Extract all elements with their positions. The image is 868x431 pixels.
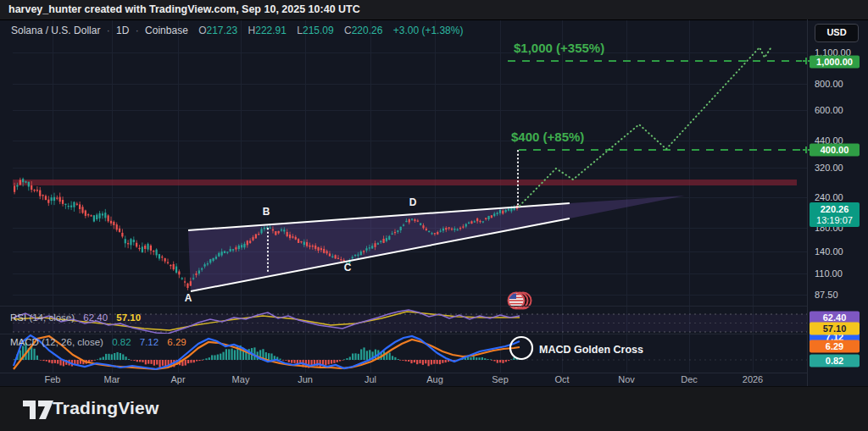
time-axis-label: Nov <box>618 374 635 384</box>
time-axis-label: Jun <box>298 374 313 384</box>
time-axis-label: Sep <box>492 374 509 384</box>
rsi-pane-divider[interactable] <box>0 306 807 307</box>
time-axis-label: Apr <box>170 374 185 384</box>
macd-hist-value: 0.82 <box>112 337 131 347</box>
time-axis-label: Mar <box>104 374 120 384</box>
price-tick: 320.00 <box>815 163 843 173</box>
price-tick: 140.00 <box>815 246 843 257</box>
symbol-legend[interactable]: Solana / U.S. Dollar · 1D · Coinbase O21… <box>11 25 463 36</box>
time-axis-label: Aug <box>426 374 443 384</box>
rsi-params: (14, close) <box>29 312 75 323</box>
rsi-value: 62.40 <box>83 312 108 323</box>
price-target-badge: 1,000.00 <box>810 56 860 69</box>
indicator-value-badge: 57.10 <box>810 323 860 335</box>
low-label: L <box>297 25 303 36</box>
macd-params: (12, 26, close) <box>42 337 103 347</box>
pattern-point-label-b[interactable]: B <box>263 206 270 218</box>
legend-separator: · <box>136 25 139 36</box>
pattern-point-label-a[interactable]: A <box>185 292 192 304</box>
interval-label[interactable]: 1D <box>116 25 129 36</box>
title-bar: harvey_hunter created with TradingView.c… <box>0 0 868 20</box>
rsi-name: RSI <box>10 312 26 323</box>
time-axis-label: Feb <box>45 374 61 384</box>
current-price-value: 220.26 <box>810 202 860 215</box>
price-tick: 110.00 <box>815 268 843 279</box>
high-label: H <box>248 25 256 36</box>
rsi-legend[interactable]: RSI (14, close) 62.40 57.10 <box>10 312 141 323</box>
price-tick: 240.00 <box>815 192 843 202</box>
tradingview-logo-icon[interactable] <box>23 399 53 421</box>
high-value: 222.91 <box>255 25 287 36</box>
price-target-badge: 400.00 <box>810 144 860 157</box>
bar-close-countdown: 13:19:07 <box>810 215 860 227</box>
price-tick: 600.00 <box>815 105 843 115</box>
price-tick: 800.00 <box>815 79 843 89</box>
macd-name: MACD <box>10 337 39 347</box>
current-price-badge: 220.2613:19:07 <box>810 202 860 227</box>
price-target-label[interactable]: $1,000 (+355%) <box>514 41 604 55</box>
pattern-point-label-d[interactable]: D <box>409 196 417 208</box>
close-label: C <box>344 25 352 36</box>
indicator-value-badge: 0.82 <box>810 355 860 367</box>
title-bar-text: harvey_hunter created with TradingView.c… <box>8 0 360 19</box>
tradingview-chart-window: harvey_hunter created with TradingView.c… <box>0 0 868 431</box>
symbol-name[interactable]: Solana / U.S. Dollar <box>11 25 100 36</box>
rsi-ma-value: 57.10 <box>116 312 141 323</box>
macd-golden-cross-label[interactable]: MACD Golden Cross <box>539 344 643 356</box>
tradingview-brand-text[interactable]: TradingView <box>53 398 159 418</box>
low-value: 215.09 <box>303 25 334 36</box>
chart-canvas[interactable] <box>0 0 868 431</box>
indicator-value-badge: 6.29 <box>810 340 860 353</box>
price-target-label[interactable]: $400 (+85%) <box>511 130 584 144</box>
exchange-label[interactable]: Coinbase <box>145 25 188 36</box>
pattern-point-label-c[interactable]: C <box>344 262 352 274</box>
time-axis-label: Jul <box>364 374 376 384</box>
time-axis-label: Dec <box>681 374 698 384</box>
footer-bar: TradingView <box>0 386 868 431</box>
time-axis-label: May <box>232 374 250 384</box>
close-value: 220.26 <box>352 25 383 36</box>
open-value: 217.23 <box>207 25 238 36</box>
macd-legend[interactable]: MACD (12, 26, close) 0.82 7.12 6.29 <box>10 337 186 347</box>
time-axis-label: 2026 <box>743 374 763 384</box>
open-label: O <box>198 25 206 36</box>
legend-separator: · <box>107 25 110 36</box>
change-value: +3.00 (+1.38%) <box>393 25 464 36</box>
price-tick: 87.50 <box>815 290 838 300</box>
time-axis-label: Oct <box>554 374 569 384</box>
macd-signal-value: 6.29 <box>167 337 186 347</box>
macd-line-value: 7.12 <box>140 337 159 347</box>
macd-pane-divider[interactable] <box>0 334 807 334</box>
